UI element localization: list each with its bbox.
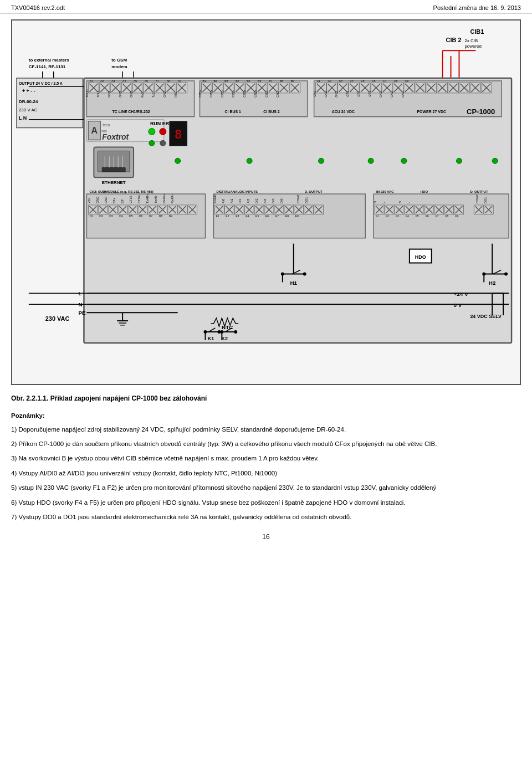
svg-text:B4: B4 <box>236 80 239 83</box>
svg-text:+24V: +24V <box>314 90 316 97</box>
svg-text:HDO: HDO <box>415 254 426 260</box>
svg-text:B8: B8 <box>280 80 283 83</box>
svg-text:NTC: NTC <box>222 324 233 330</box>
svg-text:B3: B3 <box>224 80 228 83</box>
svg-text:230 V AC: 230 V AC <box>19 107 38 112</box>
svg-text:ETHERNET: ETHERNET <box>102 180 126 185</box>
svg-text:RxD: RxD <box>141 92 144 98</box>
svg-text:CIB2+: CIB2+ <box>254 90 257 98</box>
svg-text:B9: B9 <box>291 80 294 83</box>
svg-text:+27V: +27V <box>369 90 371 97</box>
svg-text:CT1R-: CT1R- <box>137 194 141 203</box>
svg-text:Foxtrot: Foxtrot <box>102 132 129 141</box>
svg-text:CIB2-: CIB2- <box>277 90 279 98</box>
svg-text:CIB1+: CIB1+ <box>200 90 202 98</box>
svg-text:AI1: AI1 <box>230 199 233 203</box>
note-3: 3) Na svorkovnici B je výstup obou větví… <box>11 453 521 463</box>
note-7: 7) Výstupy DO0 a DO1 jsou standardní ele… <box>11 512 521 522</box>
svg-text:TxAR+: TxAR+ <box>146 194 149 203</box>
svg-text:+ + - -: + + - - <box>22 88 35 94</box>
svg-text:A4: A4 <box>122 80 126 83</box>
svg-text:A2: A2 <box>100 80 104 83</box>
svg-text:B5: B5 <box>247 80 250 83</box>
svg-text:OUTPUT 24 V DC / 2.5 A: OUTPUT 24 V DC / 2.5 A <box>19 81 63 85</box>
circuit-diagram: CIB1 2x CIB powered CIB 2 to external ma… <box>12 21 520 384</box>
svg-text:GND: GND <box>380 91 382 97</box>
svg-point-424 <box>234 330 237 334</box>
svg-text:K1: K1 <box>208 336 214 341</box>
svg-point-413 <box>482 272 485 275</box>
svg-text:CT1S: CT1S <box>129 196 132 203</box>
svg-text:AI3: AI3 <box>263 199 267 203</box>
svg-text:A8: A8 <box>167 80 170 83</box>
svg-text:A6: A6 <box>145 80 148 83</box>
svg-text:GND: GND <box>402 91 405 97</box>
page-header: TXV00416 rev.2.odt Poslední změna dne 16… <box>0 0 532 14</box>
svg-text:CI BUS 1: CI BUS 1 <box>225 110 241 114</box>
svg-text:8: 8 <box>175 128 182 142</box>
svg-text:modem: modem <box>111 64 127 69</box>
svg-point-200 <box>160 140 166 146</box>
svg-text:E8: E8 <box>285 215 289 218</box>
svg-text:RxAR-: RxAR- <box>171 194 174 203</box>
header-right: Poslední změna dne 16. 9. 2013 <box>433 4 521 11</box>
svg-text:D6: D6 <box>139 215 143 218</box>
svg-text:2x CIB: 2x CIB <box>464 38 478 43</box>
svg-point-418 <box>203 330 207 334</box>
svg-text:F8: F8 <box>446 215 449 218</box>
svg-text:F9: F9 <box>456 215 459 218</box>
svg-text:DI0: DI0 <box>280 198 283 203</box>
svg-text:nní: nní <box>101 129 107 133</box>
svg-text:D2: D2 <box>99 215 103 218</box>
svg-point-212 <box>247 158 252 163</box>
svg-text:C7: C7 <box>383 80 387 83</box>
svg-text:C9: C9 <box>405 80 409 83</box>
svg-text:CIB1+: CIB1+ <box>210 90 213 98</box>
svg-text:CH2: SUBMODULE (e.g. RS-232, R: CH2: SUBMODULE (e.g. RS-232, RS-485) <box>89 190 153 193</box>
svg-rect-204 <box>102 167 125 172</box>
note-1: 1) Doporučujeme napájecí zdroj stabilizo… <box>11 424 521 434</box>
svg-text:B2: B2 <box>213 80 217 83</box>
svg-text:ACU 24 VDC: ACU 24 VDC <box>332 110 355 114</box>
svg-text:COM2: COM2 <box>475 194 479 203</box>
svg-point-414 <box>504 272 508 275</box>
notes-title: Poznámky: <box>11 411 521 421</box>
svg-text:D5: D5 <box>129 215 133 218</box>
svg-text:C5: C5 <box>361 80 365 83</box>
svg-text:F2: F2 <box>386 215 389 218</box>
svg-text:C6: C6 <box>372 80 376 83</box>
svg-text:TCL2-: TCL2- <box>97 90 100 98</box>
svg-text:BT+: BT+ <box>112 198 116 203</box>
svg-text:C3: C3 <box>339 80 342 83</box>
svg-text:HDO: HDO <box>421 190 428 193</box>
svg-text:B1: B1 <box>202 80 206 83</box>
svg-text:AI2: AI2 <box>247 199 250 203</box>
svg-text:L   N: L N <box>19 115 27 121</box>
diagram-area: CIB1 2x CIB powered CIB 2 to external ma… <box>11 19 521 385</box>
svg-text:D4: D4 <box>119 215 123 218</box>
svg-text:CH1/RS-232: CH1/RS-232 <box>128 110 150 114</box>
svg-text:GND: GND <box>325 91 328 97</box>
svg-text:C2: C2 <box>328 80 332 83</box>
svg-text:C8: C8 <box>394 80 398 83</box>
svg-text:H1: H1 <box>290 280 297 286</box>
svg-text:L: L <box>382 202 385 203</box>
svg-text:TxD: TxD <box>152 92 155 98</box>
svg-text:D7: D7 <box>149 215 153 218</box>
svg-text:D. OUTPUT: D. OUTPUT <box>305 190 323 193</box>
svg-text:E5: E5 <box>255 215 259 218</box>
svg-text:BT-: BT- <box>121 198 124 203</box>
svg-text:GND: GND <box>96 197 99 203</box>
svg-text:A9: A9 <box>178 80 181 83</box>
svg-text:0 V: 0 V <box>454 302 462 308</box>
svg-text:to external masters: to external masters <box>29 58 70 63</box>
note-5: 5) vstup IN 230 VAC (svorky F1 a F2) je … <box>11 483 521 493</box>
svg-text:B6: B6 <box>258 80 261 83</box>
svg-text:TCL2+: TCL2+ <box>86 89 89 98</box>
svg-text:GND: GND <box>130 91 133 97</box>
svg-text:powered: powered <box>464 44 482 49</box>
svg-text:A3: A3 <box>111 80 115 83</box>
svg-text:GND: GND <box>119 91 122 97</box>
svg-text:GND: GND <box>163 91 166 97</box>
svg-text:24 VDC SELV: 24 VDC SELV <box>470 314 502 319</box>
